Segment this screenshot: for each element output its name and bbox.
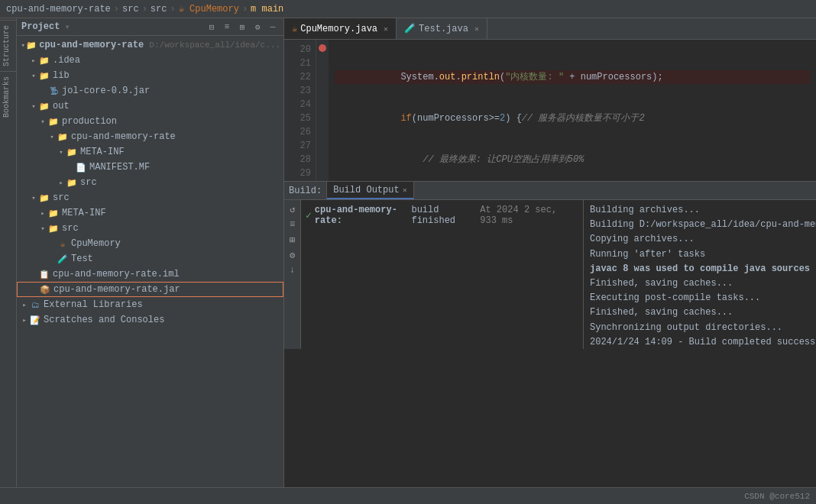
nav-item-src2[interactable]: src bbox=[151, 4, 167, 15]
project-panel: Project ▾ ⊟ ≡ ⊞ ⚙ — ▾ 📁 cpu-and-memory-r… bbox=[17, 18, 284, 487]
build-status-text: build finished bbox=[411, 205, 477, 226]
src-root-icon: 📁 bbox=[38, 192, 50, 204]
tree-label-root: cpu-and-memory-rate D:/workspace_all/ide… bbox=[39, 40, 280, 50]
nav-item-project[interactable]: cpu-and-memory-rate bbox=[6, 4, 111, 15]
tree-item-metainf2[interactable]: ▸ 📁 META-INF bbox=[17, 205, 283, 221]
tree-item-metainf[interactable]: ▾ 📁 META-INF bbox=[17, 144, 283, 160]
nav-item-main[interactable]: m main bbox=[251, 4, 283, 15]
src2-icon: 📁 bbox=[47, 222, 60, 234]
build-label: Build: bbox=[284, 182, 327, 199]
log-line-9: Synchronizing output directories... bbox=[590, 321, 810, 335]
tree-item-out[interactable]: ▾ 📁 out bbox=[17, 99, 283, 114]
tree-item-test[interactable]: ▸ 🧪 Test bbox=[17, 251, 283, 267]
tree-label-manifest: MANIFEST.MF bbox=[89, 162, 150, 173]
tree-item-lib[interactable]: ▾ 📁 lib bbox=[17, 68, 283, 83]
code-line-22: // 最终效果: 让CPU空跑占用率到50% bbox=[335, 153, 810, 166]
build-time: At 2024 2 sec, 933 ms bbox=[480, 205, 578, 226]
build-expand-btn[interactable]: ⊞ bbox=[287, 234, 299, 246]
log-line-1: Building archives... bbox=[590, 203, 810, 218]
java-tab-icon: ☕ bbox=[292, 23, 297, 34]
project-tree: ▾ 📁 cpu-and-memory-rate D:/workspace_all… bbox=[17, 36, 283, 487]
line-numbers: 20 21 22 23 24 25 26 27 28 29 30 31 32 3… bbox=[284, 40, 316, 181]
tree-item-src-out[interactable]: ▸ 📁 src bbox=[17, 175, 283, 190]
tree-item-manifest[interactable]: ▸ 📄 MANIFEST.MF bbox=[17, 160, 283, 175]
tree-label-idea: .idea bbox=[53, 55, 80, 66]
scratches-icon: 📝 bbox=[29, 314, 41, 326]
tree-item-external[interactable]: ▸ 🗂 External Libraries bbox=[17, 297, 283, 312]
tree-label-src-out: src bbox=[80, 177, 97, 188]
build-tabs: Build: Build Output ✕ bbox=[284, 182, 816, 200]
build-tree-panel: ✓ cpu-and-memory-rate: build finished At… bbox=[301, 200, 584, 349]
nav-item-cpumemory[interactable]: ☕ CpuMemory bbox=[179, 3, 239, 15]
tree-item-iml[interactable]: ▸ 📋 cpu-and-memory-rate.iml bbox=[17, 267, 283, 282]
tree-item-src2[interactable]: ▾ 📁 src bbox=[17, 221, 283, 236]
editor-tabs: ☕ CpuMemory.java ✕ 🧪 Test.java ✕ bbox=[284, 18, 816, 40]
tree-label-scratches: Scratches and Consoles bbox=[44, 315, 164, 325]
tree-label-metainf2: META-INF bbox=[62, 208, 106, 218]
tree-label-jol: jol-core-0.9.jar bbox=[62, 86, 150, 96]
tree-label-external: External Libraries bbox=[44, 299, 143, 310]
project-title: Project bbox=[21, 21, 60, 32]
build-output-tab-label: Build Output bbox=[333, 185, 399, 195]
jar-icon: 🗜 bbox=[47, 85, 60, 97]
log-line-6: Finished, saving caches... bbox=[590, 276, 810, 291]
build-left-strip: ↺ ≡ ⊞ ⚙ ↓ bbox=[284, 200, 301, 349]
build-filter-btn[interactable]: ≡ bbox=[287, 218, 299, 231]
build-content: ↺ ≡ ⊞ ⚙ ↓ ✓ cpu-and-memory-rate: build f… bbox=[284, 200, 816, 349]
structure-tab[interactable]: Structure bbox=[0, 20, 16, 71]
metainf2-folder-icon: 📁 bbox=[47, 207, 60, 219]
tree-item-jar[interactable]: ▸ 📦 cpu-and-memory-rate.jar bbox=[17, 282, 283, 297]
src-out-icon: 📁 bbox=[66, 176, 78, 189]
log-line-10: 2024/1/24 14:09 - Build completed succes… bbox=[590, 335, 810, 349]
external-icon: 🗂 bbox=[29, 299, 41, 311]
tree-item-cpu-prod[interactable]: ▾ 📁 cpu-and-memory-rate bbox=[17, 129, 283, 144]
tree-item-jol[interactable]: ▸ 🗜 jol-core-0.9.jar bbox=[17, 83, 283, 99]
lib-folder-icon: 📁 bbox=[38, 69, 50, 82]
build-status-item[interactable]: ✓ cpu-and-memory-rate: build finished At… bbox=[301, 203, 583, 228]
idea-folder-icon: 📁 bbox=[38, 54, 50, 66]
tree-item-root[interactable]: ▾ 📁 cpu-and-memory-rate D:/workspace_all… bbox=[17, 37, 283, 53]
toolbar-close-btn[interactable]: — bbox=[267, 21, 279, 33]
build-output-close[interactable]: ✕ bbox=[403, 186, 407, 195]
manifest-icon: 📄 bbox=[75, 161, 87, 173]
bookmarks-tab[interactable]: Bookmarks bbox=[0, 71, 16, 122]
build-reload-btn[interactable]: ↺ bbox=[287, 203, 299, 215]
tab-test[interactable]: 🧪 Test.java ✕ bbox=[397, 18, 487, 39]
toolbar-align-btn[interactable]: ≡ bbox=[221, 21, 233, 33]
build-scroll-btn[interactable]: ↓ bbox=[287, 264, 299, 276]
tree-label-iml: cpu-and-memory-rate.iml bbox=[53, 269, 180, 279]
tree-label-src2: src bbox=[62, 223, 79, 234]
build-settings-btn[interactable]: ⚙ bbox=[287, 249, 299, 261]
tree-item-production[interactable]: ▾ 📁 production bbox=[17, 114, 283, 129]
tab-cpumemory-close[interactable]: ✕ bbox=[384, 24, 388, 34]
test-tab-icon: 🧪 bbox=[404, 23, 416, 34]
nav-item-src1[interactable]: src bbox=[122, 4, 139, 15]
build-output-tab[interactable]: Build Output ✕ bbox=[327, 182, 413, 199]
status-right: CSDN @core512 bbox=[744, 492, 810, 501]
tree-label-src-root: src bbox=[53, 192, 70, 203]
tab-cpumemory-label: CpuMemory.java bbox=[300, 24, 377, 34]
tree-item-scratches[interactable]: ▸ 📝 Scratches and Consoles bbox=[17, 312, 283, 328]
toolbar-settings-btn[interactable]: ⚙ bbox=[251, 21, 264, 33]
jar-icon2: 📦 bbox=[39, 283, 51, 296]
breadcrumb: cpu-and-memory-rate › src › src › ☕ CpuM… bbox=[0, 0, 816, 18]
build-label-text: Build: bbox=[289, 186, 322, 196]
breakpoint-marker bbox=[319, 44, 326, 52]
log-line-5: javac 8 was used to compile java sources bbox=[590, 262, 810, 276]
log-line-3: Copying archives... bbox=[590, 232, 810, 247]
test-java-icon: 🧪 bbox=[57, 253, 69, 265]
gutter bbox=[316, 40, 329, 181]
tab-cpumemory[interactable]: ☕ CpuMemory.java ✕ bbox=[284, 18, 397, 39]
toolbar-collapse-btn[interactable]: ⊟ bbox=[206, 21, 218, 33]
log-line-8: Finished, saving caches... bbox=[590, 305, 810, 320]
java-file-icon: ☕ bbox=[179, 4, 184, 15]
tree-label-production: production bbox=[62, 116, 117, 127]
tree-label-out: out bbox=[53, 101, 70, 111]
code-line-21: if(numProcessors>=2) {// 服务器内核数量不可小于2 bbox=[335, 111, 810, 125]
tree-item-idea[interactable]: ▸ 📁 .idea bbox=[17, 53, 283, 68]
toolbar-sort-btn[interactable]: ⊞ bbox=[236, 21, 248, 33]
tree-item-cpumemory[interactable]: ▸ ☕ CpuMemory bbox=[17, 236, 283, 251]
tree-item-src-root[interactable]: ▾ 📁 src bbox=[17, 190, 283, 205]
code-content[interactable]: System.out.println("内核数量: " + numProcess… bbox=[329, 40, 816, 181]
tab-test-close[interactable]: ✕ bbox=[474, 24, 479, 34]
